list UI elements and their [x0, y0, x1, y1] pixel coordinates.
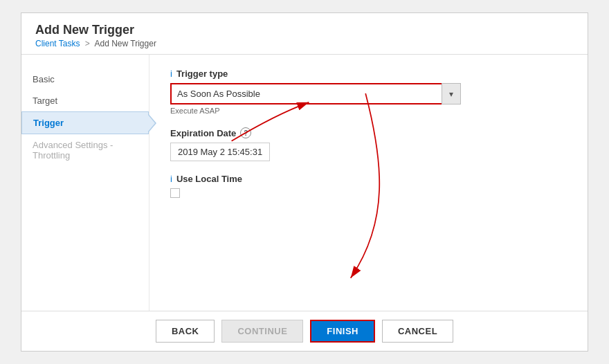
trigger-type-field: i Trigger type As Soon As Possible Sched…: [170, 69, 567, 115]
expiration-date-help-icon: ?: [240, 127, 251, 138]
expiration-date-field: Expiration Date ? 2019 May 2 15:45:31: [170, 127, 567, 161]
expiration-date-label: Expiration Date ?: [170, 127, 567, 138]
dialog-header: Add New Trigger Client Tasks > Add New T…: [21, 13, 588, 55]
trigger-type-sublabel: Execute ASAP: [170, 107, 567, 115]
breadcrumb-current: Add New Trigger: [95, 39, 156, 48]
form-content: i Trigger type As Soon As Possible Sched…: [149, 55, 588, 311]
sidebar-item-basic[interactable]: Basic: [21, 69, 149, 90]
page-title: Add New Trigger: [35, 23, 574, 37]
continue-button[interactable]: CONTINUE: [221, 320, 303, 343]
breadcrumb-separator: >: [85, 39, 90, 48]
use-local-time-info-icon: i: [170, 174, 172, 184]
cancel-button[interactable]: CANCEL: [382, 320, 453, 343]
use-local-time-checkbox[interactable]: [170, 188, 180, 198]
use-local-time-field: i Use Local Time: [170, 174, 567, 198]
sidebar-item-advanced: Advanced Settings - Throttling: [21, 134, 149, 166]
add-new-trigger-dialog: Add New Trigger Client Tasks > Add New T…: [21, 12, 588, 352]
sidebar: Basic Target Trigger Advanced Settings -…: [21, 55, 149, 311]
back-button[interactable]: BACK: [156, 320, 215, 343]
trigger-type-label: i Trigger type: [170, 69, 567, 79]
breadcrumb-parent[interactable]: Client Tasks: [35, 39, 80, 48]
trigger-type-select-wrapper: As Soon As Possible Scheduled Event: [170, 83, 461, 104]
sidebar-item-target[interactable]: Target: [21, 90, 149, 111]
sidebar-item-trigger[interactable]: Trigger: [21, 111, 149, 134]
use-local-time-label: i Use Local Time: [170, 174, 567, 184]
dialog-footer: BACK CONTINUE FINISH CANCEL: [21, 311, 588, 351]
trigger-type-select[interactable]: As Soon As Possible Scheduled Event: [170, 83, 461, 104]
trigger-type-info-icon: i: [170, 69, 172, 79]
expiration-date-value[interactable]: 2019 May 2 15:45:31: [170, 143, 270, 161]
dialog-body: Basic Target Trigger Advanced Settings -…: [21, 55, 588, 311]
use-local-time-checkbox-row: [170, 188, 567, 198]
finish-button[interactable]: FINISH: [310, 320, 375, 343]
breadcrumb: Client Tasks > Add New Trigger: [35, 39, 574, 48]
